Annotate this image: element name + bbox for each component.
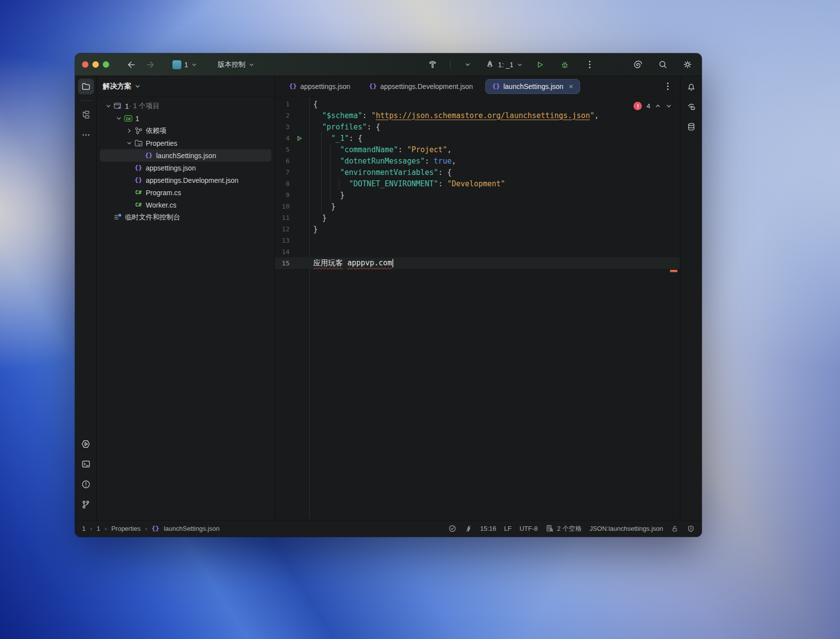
chevron-down-icon[interactable]	[114, 115, 123, 123]
title-bar: 1 版本控制 1: _1	[75, 53, 702, 76]
deps-icon	[133, 127, 143, 135]
main-area: 解决方案 1 · 1 个项目C#1依赖项Properties{}launchSe…	[75, 76, 702, 520]
line-number: 7	[275, 169, 290, 176]
code-editor[interactable]: 1{2 "$schema": "https://json.schemastore…	[275, 97, 680, 520]
tree-item[interactable]: C#Program.cs	[100, 186, 271, 199]
code-line[interactable]: 6 "dotnetRunMessages": true,	[275, 155, 680, 167]
editor-tab[interactable]: {}appsettings.json	[283, 79, 357, 94]
explorer-header[interactable]: 解决方案	[97, 76, 274, 97]
notifications-button[interactable]	[683, 79, 699, 94]
code-line[interactable]: 1{	[275, 98, 680, 110]
tree-item[interactable]: {}launchSettings.json	[100, 149, 271, 162]
cs-icon: C#	[133, 188, 143, 197]
run-button[interactable]	[533, 57, 547, 72]
file-type[interactable]: JSON:launchsettings.json	[589, 525, 663, 532]
code-line[interactable]: 8 "DOTNET_ENVIRONMENT": "Development"	[275, 178, 680, 189]
chevron-up-icon[interactable]	[655, 103, 661, 109]
breadcrumb-item[interactable]: 1	[82, 525, 85, 532]
chevron-right-icon[interactable]	[125, 127, 133, 135]
code-line[interactable]: 10 }	[275, 201, 680, 212]
run-tool-window-button[interactable]	[78, 436, 94, 452]
code-line[interactable]: 2 "$schema": "https://json.schemastore.o…	[275, 110, 680, 121]
problems-tool-window-button[interactable]	[78, 476, 94, 492]
run-configuration-selector[interactable]: 1: _1	[485, 60, 523, 69]
rocket-icon	[485, 60, 495, 69]
bell-icon	[686, 82, 696, 91]
code-line[interactable]: 4 "_1": {	[275, 132, 680, 144]
code-line[interactable]: 5 "commandName": "Project",	[275, 144, 680, 155]
tree-item[interactable]: 1 · 1 个项目	[100, 100, 271, 112]
inspections-status[interactable]	[448, 524, 457, 533]
close-window-button[interactable]	[82, 61, 88, 68]
git-tool-window-button[interactable]	[78, 497, 94, 512]
scrollbar-error-mark[interactable]	[670, 270, 677, 272]
chevron-down-icon[interactable]	[125, 139, 133, 147]
back-button[interactable]	[124, 57, 139, 72]
tree-item[interactable]: C#Worker.cs	[100, 199, 271, 211]
tree-item[interactable]: 依赖项	[100, 125, 271, 137]
breadcrumb-item[interactable]: Properties	[111, 525, 140, 532]
code-line[interactable]: 3 "profiles": {	[275, 121, 680, 132]
search-icon	[658, 60, 668, 69]
build-button[interactable]	[425, 57, 440, 72]
caret-position[interactable]: 15:16	[480, 525, 497, 532]
indent-style[interactable]: 2 个空格	[546, 524, 582, 533]
tree-item[interactable]: Properties	[100, 137, 271, 149]
search-everywhere-button[interactable]	[655, 57, 670, 72]
code-line[interactable]: 7 "environmentVariables": {	[275, 167, 680, 178]
solution-tool-button[interactable]	[78, 79, 94, 94]
tree-item[interactable]: 临时文件和控制台	[100, 211, 271, 223]
arrow-left-icon	[126, 60, 136, 70]
line-separator[interactable]: LF	[504, 525, 511, 532]
code-line[interactable]: 11 }	[275, 212, 680, 223]
breadcrumb-file[interactable]: launchSettings.json	[164, 525, 219, 532]
vcs-menu[interactable]: 版本控制	[214, 58, 258, 71]
run-line-icon[interactable]	[290, 135, 309, 142]
tab-options-button[interactable]	[660, 79, 675, 94]
code-line[interactable]: 14	[275, 246, 680, 257]
shield-icon	[687, 525, 695, 533]
forward-button[interactable]	[143, 57, 158, 72]
tree-item[interactable]: C#1	[100, 112, 271, 125]
debug-button[interactable]	[557, 57, 572, 72]
more-actions-button[interactable]	[582, 57, 597, 72]
arrow-right-icon	[145, 60, 155, 70]
breadcrumb-item[interactable]: 1	[97, 525, 100, 532]
write-access-toggle[interactable]	[671, 525, 679, 533]
chevron-down-icon[interactable]	[666, 103, 672, 109]
check-circle-icon	[448, 524, 457, 533]
project-selector[interactable]: 1	[168, 58, 201, 71]
tree-item[interactable]: {}appsettings.Development.json	[100, 174, 271, 186]
code-line[interactable]: 9 }	[275, 189, 680, 201]
code-line[interactable]: 15应用玩客 apppvp.com	[275, 257, 680, 269]
editor-tab[interactable]: {}appsettings.Development.json	[363, 79, 479, 94]
code-line[interactable]: 12}	[275, 223, 680, 235]
editor-tab[interactable]: {}launchSettings.json×	[485, 79, 580, 94]
ai-assistant-button[interactable]	[630, 57, 645, 72]
tree-item-label: launchSettings.json	[156, 152, 216, 160]
chevron-down-icon	[191, 62, 197, 68]
fullscreen-window-button[interactable]	[103, 61, 109, 68]
security-status[interactable]	[687, 525, 695, 533]
solution-icon	[113, 102, 123, 110]
file-encoding[interactable]: UTF-8	[519, 525, 538, 532]
code-line[interactable]: 13	[275, 235, 680, 246]
build-options-button[interactable]	[461, 57, 475, 72]
inspections-widget[interactable]: ! 4	[633, 102, 672, 110]
more-tool-windows-button[interactable]	[78, 127, 94, 143]
tree-item[interactable]: {}appsettings.json	[100, 162, 271, 174]
exclamation-circle-icon	[81, 479, 91, 489]
structure-tool-button[interactable]	[78, 107, 94, 123]
kebab-menu-icon	[589, 61, 590, 68]
minimize-window-button[interactable]	[92, 61, 99, 68]
line-number: 9	[275, 191, 290, 199]
settings-button[interactable]	[680, 57, 695, 72]
json-file-icon: {}	[289, 83, 297, 90]
terminal-tool-window-button[interactable]	[78, 456, 94, 472]
chevron-down-icon[interactable]	[104, 102, 113, 110]
database-button[interactable]	[683, 119, 699, 135]
code-text: "dotnetRunMessages": true,	[309, 157, 456, 166]
power-save-indicator[interactable]	[464, 525, 472, 533]
remote-cast-button[interactable]	[683, 99, 699, 115]
close-tab-icon[interactable]: ×	[569, 83, 573, 90]
